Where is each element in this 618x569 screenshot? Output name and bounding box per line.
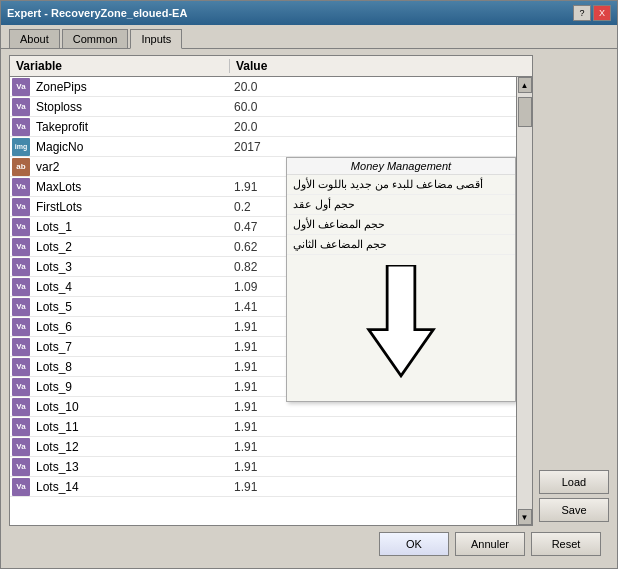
- table-row[interactable]: Va Stoploss 60.0: [10, 97, 516, 117]
- row-variable-name: Lots_12: [32, 440, 228, 454]
- inputs-table: Variable Value Va ZonePips 20.0 Va: [9, 55, 533, 526]
- title-controls: ? X: [573, 5, 611, 21]
- close-button[interactable]: X: [593, 5, 611, 21]
- row-icon: Va: [12, 398, 30, 416]
- arabic-row-2: حجم أول عقد: [287, 195, 515, 215]
- row-icon: Va: [12, 358, 30, 376]
- scrollbar[interactable]: ▲ ▼: [516, 77, 532, 525]
- row-variable-name: Lots_8: [32, 360, 228, 374]
- tab-common[interactable]: Common: [62, 29, 129, 48]
- bottom-bar: OK Annuler Reset: [9, 526, 609, 562]
- row-variable-name: MagicNo: [32, 140, 228, 154]
- row-icon: Va: [12, 278, 30, 296]
- row-value: 20.0: [228, 80, 516, 94]
- row-variable-name: Lots_3: [32, 260, 228, 274]
- help-button[interactable]: ?: [573, 5, 591, 21]
- column-value-header: Value: [230, 59, 532, 73]
- row-variable-name: Takeprofit: [32, 120, 228, 134]
- row-value: 1.91: [228, 420, 516, 434]
- row-variable-name: Lots_11: [32, 420, 228, 434]
- row-variable-name: ZonePips: [32, 80, 228, 94]
- money-management-header: Money Management: [287, 158, 515, 175]
- table-header: Variable Value: [10, 56, 532, 77]
- row-icon: Va: [12, 318, 30, 336]
- tab-bar: About Common Inputs: [1, 25, 617, 48]
- row-icon: Va: [12, 338, 30, 356]
- window-title: Expert - RecoveryZone_eloued-EA: [7, 7, 187, 19]
- scroll-down-button[interactable]: ▼: [518, 509, 532, 525]
- row-icon: Va: [12, 298, 30, 316]
- title-bar: Expert - RecoveryZone_eloued-EA ? X: [1, 1, 617, 25]
- row-icon: Va: [12, 238, 30, 256]
- row-variable-name: FirstLots: [32, 200, 228, 214]
- table-row[interactable]: Va Lots_12 1.91: [10, 437, 516, 457]
- table-row[interactable]: img MagicNo 2017: [10, 137, 516, 157]
- scrollbar-thumb[interactable]: [518, 97, 532, 127]
- content-area: Variable Value Va ZonePips 20.0 Va: [1, 48, 617, 568]
- row-icon: Va: [12, 98, 30, 116]
- row-value: 1.91: [228, 440, 516, 454]
- arabic-row-1: أقصى مضاعف للبدء من جديد باللوت الأول: [287, 175, 515, 195]
- var2-section: ab var2 Money Management أقصى مضاعف للبد…: [10, 157, 516, 177]
- table-row[interactable]: Va ZonePips 20.0: [10, 77, 516, 97]
- row-variable-name: Lots_7: [32, 340, 228, 354]
- main-window: Expert - RecoveryZone_eloued-EA ? X Abou…: [0, 0, 618, 569]
- row-icon: Va: [12, 458, 30, 476]
- ok-button[interactable]: OK: [379, 532, 449, 556]
- tab-about[interactable]: About: [9, 29, 60, 48]
- tab-inputs[interactable]: Inputs: [130, 29, 182, 49]
- row-icon: img: [12, 138, 30, 156]
- row-icon: Va: [12, 438, 30, 456]
- side-buttons: Load Save: [533, 466, 609, 526]
- arrow-container: [287, 255, 515, 401]
- arabic-row-3: حجم المضاعف الأول: [287, 215, 515, 235]
- row-icon: Va: [12, 258, 30, 276]
- row-variable-name: Stoploss: [32, 100, 228, 114]
- table-row[interactable]: Va Lots_13 1.91: [10, 457, 516, 477]
- row-variable-name: Lots_4: [32, 280, 228, 294]
- load-button[interactable]: Load: [539, 470, 609, 494]
- row-icon: Va: [12, 478, 30, 496]
- row-variable-name: Lots_14: [32, 480, 228, 494]
- row-value: 1.91: [228, 460, 516, 474]
- scroll-up-button[interactable]: ▲: [518, 77, 532, 93]
- reset-button[interactable]: Reset: [531, 532, 601, 556]
- row-variable-name: Lots_13: [32, 460, 228, 474]
- row-icon: Va: [12, 78, 30, 96]
- row-variable-name: var2: [32, 160, 228, 174]
- row-icon: Va: [12, 218, 30, 236]
- row-icon: Va: [12, 118, 30, 136]
- row-variable-name: Lots_1: [32, 220, 228, 234]
- row-icon: ab: [12, 158, 30, 176]
- row-value: 1.91: [228, 480, 516, 494]
- table-row[interactable]: Va Lots_14 1.91: [10, 477, 516, 497]
- row-variable-name: Lots_10: [32, 400, 228, 414]
- main-content: Variable Value Va ZonePips 20.0 Va: [9, 55, 609, 526]
- row-variable-name: Lots_9: [32, 380, 228, 394]
- table-row[interactable]: Va Takeprofit 20.0: [10, 117, 516, 137]
- row-variable-name: Lots_5: [32, 300, 228, 314]
- down-arrow-icon: [356, 265, 446, 385]
- row-icon: Va: [12, 418, 30, 436]
- column-variable-header: Variable: [10, 59, 230, 73]
- row-value: 2017: [228, 140, 516, 154]
- row-variable-name: Lots_2: [32, 240, 228, 254]
- row-variable-name: MaxLots: [32, 180, 228, 194]
- row-icon: Va: [12, 378, 30, 396]
- row-icon: Va: [12, 198, 30, 216]
- svg-marker-0: [369, 265, 434, 376]
- row-value: 20.0: [228, 120, 516, 134]
- annuler-button[interactable]: Annuler: [455, 532, 525, 556]
- row-variable-name: Lots_6: [32, 320, 228, 334]
- table-body[interactable]: Va ZonePips 20.0 Va Stoploss 60.0 Va: [10, 77, 516, 525]
- table-row[interactable]: Va Lots_11 1.91: [10, 417, 516, 437]
- save-button[interactable]: Save: [539, 498, 609, 522]
- row-icon: Va: [12, 178, 30, 196]
- arabic-row-4: حجم المضاعف الثاني: [287, 235, 515, 255]
- row-value: 60.0: [228, 100, 516, 114]
